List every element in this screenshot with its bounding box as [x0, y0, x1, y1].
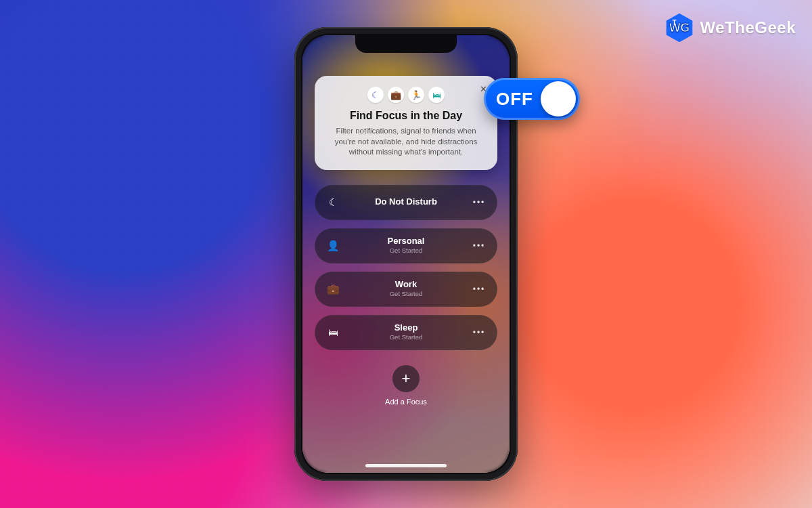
focus-mode-list: ☾ Do Not Disturb ••• 👤 Personal Get Star… — [315, 185, 497, 350]
add-focus-button[interactable]: + — [392, 365, 420, 392]
add-focus: + Add a Focus — [385, 365, 427, 406]
notch — [355, 35, 457, 53]
stage: WG T WeTheGeek OFF ✕ ☾ 💼 🏃 🛏 — [0, 0, 812, 508]
toggle-knob-icon — [541, 81, 576, 117]
brand-badge-icon: WG T — [664, 12, 695, 43]
phone-screen: ✕ ☾ 💼 🏃 🛏 Find Focus in the Day Filter n… — [302, 35, 510, 473]
more-icon[interactable]: ••• — [472, 241, 487, 251]
svg-text:T: T — [672, 19, 677, 26]
off-toggle[interactable]: OFF — [484, 78, 580, 120]
brand-text: WeTheGeek — [700, 18, 796, 37]
mode-title: Sleep — [340, 323, 472, 333]
brand-logo: WG T WeTheGeek — [664, 12, 796, 43]
moon-icon: ☾ — [325, 196, 340, 209]
moon-icon: ☾ — [367, 87, 384, 103]
mode-labels: Do Not Disturb — [340, 197, 472, 207]
mode-subtitle: Get Started — [340, 291, 472, 298]
mode-title: Personal — [340, 236, 472, 247]
mode-personal[interactable]: 👤 Personal Get Started ••• — [315, 228, 497, 263]
mode-title: Work — [340, 280, 472, 290]
focus-info-card: ✕ ☾ 💼 🏃 🛏 Find Focus in the Day Filter n… — [315, 76, 497, 170]
mode-labels: Personal Get Started — [340, 236, 472, 255]
more-icon[interactable]: ••• — [472, 198, 487, 207]
briefcase-icon: 💼 — [325, 283, 340, 295]
focus-panel: ✕ ☾ 💼 🏃 🛏 Find Focus in the Day Filter n… — [302, 35, 510, 473]
off-toggle-label: OFF — [496, 89, 541, 110]
home-indicator[interactable] — [365, 464, 447, 467]
mode-title: Do Not Disturb — [340, 197, 472, 207]
mode-subtitle: Get Started — [340, 334, 472, 341]
bed-icon: 🛏 — [325, 326, 340, 338]
briefcase-icon: 💼 — [388, 87, 404, 103]
mode-labels: Sleep Get Started — [340, 323, 472, 341]
mode-sleep[interactable]: 🛏 Sleep Get Started ••• — [315, 315, 497, 350]
person-icon: 👤 — [325, 240, 340, 252]
mode-do-not-disturb[interactable]: ☾ Do Not Disturb ••• — [315, 185, 497, 220]
mode-labels: Work Get Started — [340, 280, 472, 298]
more-icon[interactable]: ••• — [472, 284, 487, 294]
more-icon[interactable]: ••• — [472, 328, 487, 337]
add-focus-label: Add a Focus — [385, 398, 427, 406]
info-card-description: Filter notifications, signal to friends … — [330, 126, 482, 158]
info-icon-row: ☾ 💼 🏃 🛏 — [330, 87, 482, 103]
info-card-title: Find Focus in the Day — [330, 110, 482, 122]
mode-work[interactable]: 💼 Work Get Started ••• — [315, 272, 497, 307]
running-icon: 🏃 — [408, 87, 424, 103]
bed-icon: 🛏 — [428, 87, 445, 103]
mode-subtitle: Get Started — [340, 247, 472, 255]
